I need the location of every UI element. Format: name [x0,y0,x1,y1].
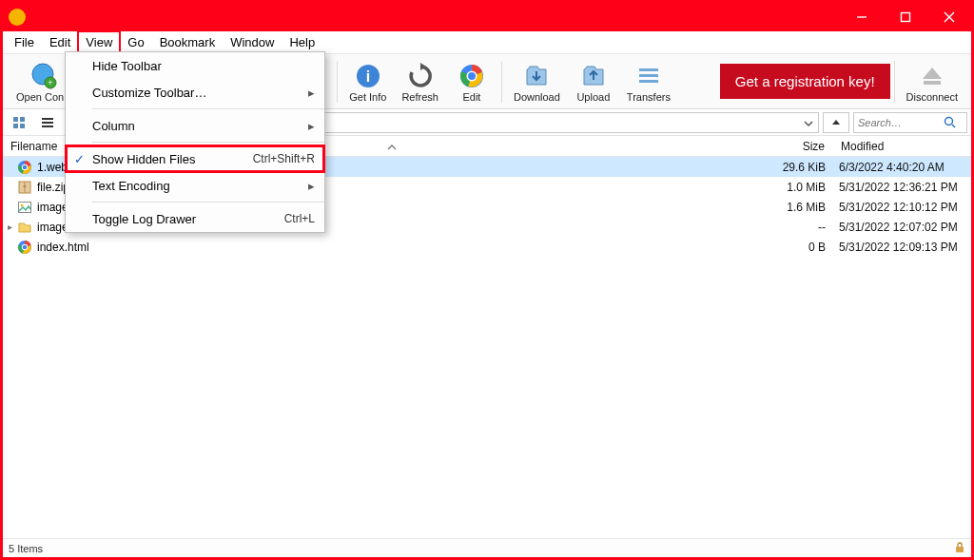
up-button[interactable] [823,112,849,133]
svg-rect-21 [13,124,18,128]
menu-show-hidden-files[interactable]: ✓Show Hidden FilesCtrl+Shift+R [66,145,324,172]
upload-icon [578,61,609,91]
menu-toggle-log[interactable]: Toggle Log DrawerCtrl+L [66,205,324,232]
check-icon: ✓ [66,152,92,166]
edit-button[interactable]: Edit [446,59,497,105]
file-size: 29.6 KiB [781,161,833,174]
refresh-button[interactable]: Refresh [394,59,446,105]
file-name: index.html [37,241,781,254]
chrome-icon [457,61,487,91]
file-modified: 5/31/2022 12:09:13 PM [833,241,971,254]
view-thumb-button[interactable] [7,111,31,134]
refresh-label: Refresh [401,91,438,103]
svg-marker-17 [923,68,942,79]
close-button[interactable] [927,3,971,31]
disconnect-button[interactable]: Disconnect [899,59,965,105]
upload-label: Upload [576,91,610,103]
svg-rect-24 [42,122,53,124]
open-connection-label: Open Conn [16,91,69,103]
download-label: Download [514,91,560,103]
file-size: 0 B [781,241,833,254]
menu-customize-toolbar[interactable]: Customize Toolbar…▸ [66,79,324,106]
file-row[interactable]: index.html0 B5/31/2022 12:09:13 PM [3,237,971,257]
chrome-icon [16,240,33,255]
toolbar-separator [337,61,338,103]
menu-item-label: Customize Toolbar… [92,86,308,100]
svg-marker-27 [832,120,840,125]
menu-item-label: Hide Toolbar [92,59,315,73]
file-modified: 5/31/2022 12:10:12 PM [833,201,971,214]
eject-icon [917,61,947,91]
menu-window[interactable]: Window [223,31,282,53]
image-icon [16,200,33,215]
svg-point-40 [23,244,28,249]
menu-item-label: Toggle Log Drawer [92,212,284,226]
search-input[interactable] [858,117,944,128]
svg-rect-23 [42,118,53,120]
maximize-button[interactable] [884,3,927,31]
chevron-down-icon [803,116,814,133]
status-bar: 5 Items [3,538,971,557]
toolbar-separator [501,61,502,103]
menu-column[interactable]: Column▸ [66,112,324,139]
svg-line-29 [952,125,955,127]
svg-text:+: + [48,78,52,87]
register-banner[interactable]: Get a registration key! [720,64,890,99]
svg-point-28 [945,118,953,126]
transfers-icon [633,61,664,91]
menu-item-label: Text Encoding [92,179,308,193]
menu-file[interactable]: File [7,31,42,53]
menu-go[interactable]: Go [120,31,151,53]
menu-item-label: Show Hidden Files [92,152,253,166]
svg-rect-20 [20,117,25,122]
svg-point-32 [23,164,28,169]
svg-rect-18 [924,81,941,85]
svg-rect-15 [639,74,658,77]
menu-separator [92,108,324,109]
menu-hide-toolbar[interactable]: Hide Toolbar [66,52,324,79]
menu-item-accel: Ctrl+Shift+R [253,152,315,165]
minimize-button[interactable] [840,3,884,31]
refresh-icon [405,61,436,91]
menu-item-accel: Ctrl+L [284,212,315,225]
get-info-label: Get Info [349,91,386,103]
svg-rect-16 [639,80,658,83]
search-icon [944,116,956,128]
app-icon [9,9,26,26]
svg-rect-41 [956,547,964,552]
globe-icon: + [28,61,58,91]
column-modified[interactable]: Modified [833,140,971,153]
expander-icon[interactable]: ▸ [3,222,16,232]
view-menu-dropdown: Hide Toolbar Customize Toolbar…▸ Column▸… [65,51,325,233]
menu-separator [92,202,324,203]
menu-help[interactable]: Help [282,31,322,53]
column-filename-label: Filename [10,140,57,153]
upload-button[interactable]: Upload [568,59,619,105]
download-button[interactable]: Download [506,59,568,105]
column-size[interactable]: Size [781,140,833,153]
menu-edit[interactable]: Edit [42,31,78,53]
menu-bookmark[interactable]: Bookmark [152,31,224,53]
menu-text-encoding[interactable]: Text Encoding▸ [66,172,324,199]
titlebar[interactable] [3,3,971,31]
svg-rect-35 [24,185,27,187]
info-icon: i [353,61,383,91]
svg-point-13 [468,72,476,80]
menu-view[interactable]: View [78,31,120,53]
transfers-button[interactable]: Transfers [619,59,678,105]
get-info-button[interactable]: i Get Info [341,59,394,105]
disconnect-label: Disconnect [906,91,958,103]
view-list-button[interactable] [35,111,60,134]
search-box[interactable] [853,112,967,133]
edit-label: Edit [462,91,480,103]
svg-rect-19 [13,117,18,122]
submenu-arrow-icon: ▸ [308,86,315,100]
sort-ascending-icon [387,141,397,154]
status-text: 5 Items [9,543,43,554]
file-modified: 6/3/2022 4:40:20 AM [833,161,971,174]
file-size: 1.0 MiB [781,181,833,194]
file-size: -- [781,221,833,234]
folder-icon [16,220,33,235]
submenu-arrow-icon: ▸ [308,179,315,193]
file-modified: 5/31/2022 12:36:21 PM [833,181,971,194]
